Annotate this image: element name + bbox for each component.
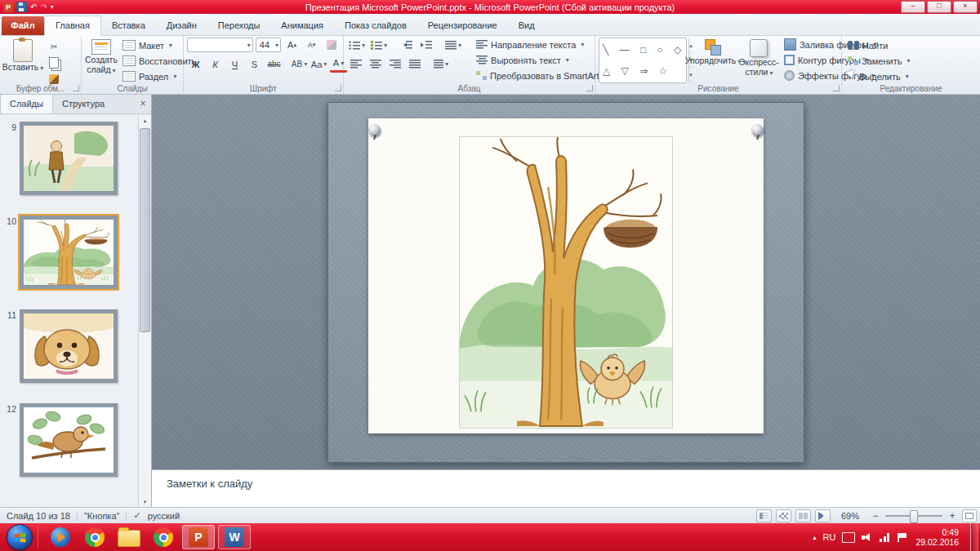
show-desktop-button[interactable] — [970, 523, 978, 551]
slide-canvas[interactable] — [152, 95, 980, 469]
copy-button[interactable] — [45, 56, 63, 70]
shrink-font-button[interactable]: А▾ — [303, 38, 320, 52]
numbering-button[interactable]: ▾ — [369, 38, 389, 52]
taskbar-clock[interactable]: 0:49 29.02.2016 — [915, 527, 964, 547]
minimize-button[interactable]: – — [901, 1, 925, 13]
zoom-in-button[interactable]: + — [947, 510, 958, 522]
bold-button[interactable]: Ж — [187, 57, 204, 72]
text-direction-button[interactable]: Направление текста ▾ — [474, 38, 609, 51]
slide[interactable] — [327, 102, 804, 463]
convert-smartart-button[interactable]: Преобразовать в SmartArt ▾ — [474, 69, 609, 82]
close-button[interactable]: × — [953, 1, 978, 13]
taskbar-app-word[interactable]: W — [218, 525, 251, 549]
bullets-button[interactable]: ▾ — [347, 38, 367, 52]
panel-scrollbar[interactable]: ▴ ▾ — [138, 114, 151, 508]
slide-illustration[interactable] — [459, 136, 673, 429]
zoom-out-button[interactable]: − — [870, 510, 881, 522]
start-button[interactable] — [3, 525, 36, 549]
tab-design[interactable]: Дизайн — [156, 16, 207, 35]
paragraph-dialog-launcher[interactable] — [586, 85, 593, 91]
tab-home[interactable]: Главная — [44, 16, 101, 36]
action-center-tray-icon[interactable] — [898, 533, 909, 542]
slide-thumbnail-10-selected[interactable]: 10 — [3, 216, 139, 289]
tab-view[interactable]: Вид — [508, 16, 546, 35]
volume-tray-icon[interactable] — [862, 533, 873, 542]
display-tray-icon[interactable] — [842, 532, 855, 543]
slide-thumbnail-12[interactable]: 12 — [3, 403, 139, 477]
justify-button[interactable] — [406, 56, 423, 71]
powerpoint-app-icon[interactable]: P — [3, 2, 13, 12]
redo-icon[interactable]: ↷ — [40, 3, 47, 11]
paste-button[interactable]: Вставить▾ — [3, 38, 42, 87]
zoom-level[interactable]: 69% — [835, 511, 866, 521]
panel-tab-outline[interactable]: Структура — [53, 95, 114, 113]
arrange-button[interactable]: Упорядочить▾ — [689, 38, 737, 83]
slide-sorter-view-button[interactable] — [776, 509, 791, 522]
qat-dropdown-icon[interactable]: ▾ — [51, 3, 54, 11]
tray-expand-icon[interactable]: ▴ — [813, 534, 817, 541]
find-button[interactable]: Найти — [845, 38, 977, 52]
taskbar-app-powerpoint[interactable]: P — [182, 525, 215, 549]
font-dialog-launcher[interactable] — [335, 85, 341, 91]
align-right-button[interactable] — [386, 56, 403, 71]
shapes-row-2[interactable]: △ ▽ ⇒ ☆ — [603, 65, 685, 77]
normal-view-button[interactable] — [756, 509, 772, 522]
grow-font-button[interactable]: А▴ — [283, 38, 301, 52]
change-case-button[interactable]: Аа▾ — [310, 57, 327, 72]
columns-button[interactable]: ▾ — [432, 56, 450, 71]
underline-button[interactable]: Ч — [226, 57, 243, 72]
save-icon[interactable] — [16, 2, 27, 12]
tab-insert[interactable]: Вставка — [101, 16, 156, 35]
decrease-indent-button[interactable] — [398, 38, 415, 52]
network-tray-icon[interactable] — [880, 533, 891, 542]
maximize-button[interactable]: □ — [927, 1, 951, 13]
panel-tab-slides[interactable]: Слайды — [0, 95, 53, 113]
reading-view-button[interactable] — [795, 509, 811, 522]
shapes-row-1[interactable]: ╲ ― □ ○ ◇ — [603, 44, 685, 56]
character-spacing-button[interactable]: АВ▾ — [291, 57, 308, 72]
slide-paper[interactable] — [368, 118, 764, 433]
undo-icon[interactable]: ↶ — [30, 3, 37, 11]
align-left-button[interactable] — [347, 56, 364, 71]
select-button[interactable]: Выделить ▾ — [845, 69, 977, 83]
taskbar-app-mediaplayer[interactable] — [45, 526, 76, 549]
line-spacing-button[interactable]: ▾ — [443, 38, 463, 52]
scroll-down-icon[interactable]: ▾ — [139, 495, 151, 508]
language-indicator[interactable]: русский — [148, 511, 186, 521]
slideshow-view-button[interactable] — [815, 509, 831, 522]
strikethrough-button[interactable]: abc — [265, 57, 283, 72]
font-family-combo[interactable]: ▾ — [187, 38, 253, 52]
cut-button[interactable]: ✂ — [45, 39, 63, 54]
clear-formatting-button[interactable] — [323, 38, 340, 52]
fit-to-window-button[interactable] — [962, 509, 977, 522]
tab-review[interactable]: Рецензирование — [417, 16, 508, 35]
taskbar-app-explorer[interactable] — [114, 526, 145, 549]
spellcheck-icon[interactable]: ✓ — [127, 510, 147, 521]
align-center-button[interactable] — [367, 56, 384, 71]
tab-animations[interactable]: Анимация — [270, 16, 334, 35]
tab-slideshow[interactable]: Показ слайдов — [334, 16, 417, 35]
panel-close-icon[interactable]: × — [135, 95, 151, 113]
zoom-slider-thumb[interactable] — [910, 510, 918, 523]
taskbar-app-chrome-2[interactable] — [148, 526, 179, 549]
drawing-dialog-launcher[interactable] — [833, 85, 840, 91]
tab-transitions[interactable]: Переходы — [207, 16, 271, 35]
replace-button[interactable]: Заменить ▾ — [845, 54, 977, 68]
slide-thumbnail-11[interactable]: 11 — [3, 309, 139, 383]
tab-file[interactable]: Файл — [2, 16, 44, 35]
language-bar[interactable]: RU — [823, 532, 836, 542]
text-shadow-button[interactable]: S — [246, 57, 263, 72]
notes-pane[interactable]: Заметки к слайду — [152, 469, 980, 508]
zoom-slider[interactable] — [885, 515, 942, 517]
font-size-combo[interactable]: 44 ▾ — [256, 38, 281, 52]
notes-placeholder[interactable]: Заметки к слайду — [167, 478, 252, 490]
new-slide-button[interactable]: Создать слайд▾ — [85, 38, 118, 83]
taskbar-app-chrome[interactable] — [79, 526, 110, 549]
scroll-up-icon[interactable]: ▴ — [139, 114, 151, 127]
clipboard-dialog-launcher[interactable] — [73, 85, 79, 91]
align-text-button[interactable]: Выровнять текст ▾ — [474, 53, 609, 67]
increase-indent-button[interactable] — [417, 38, 434, 52]
clipboard-group-label[interactable]: Буфер обм... — [0, 84, 81, 93]
italic-button[interactable]: К — [207, 57, 224, 72]
scrollbar-thumb[interactable] — [140, 128, 150, 332]
